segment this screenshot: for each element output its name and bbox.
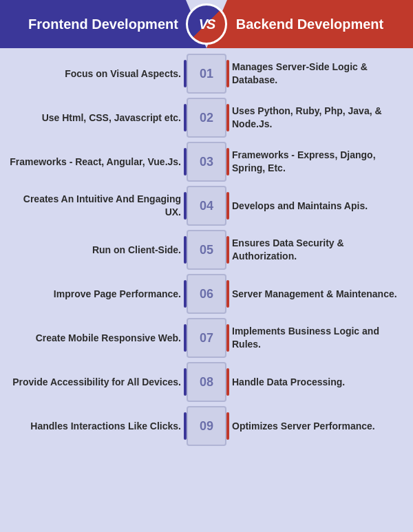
row-number: 09 <box>200 419 213 434</box>
backend-label: Backend Development <box>236 17 384 32</box>
table-row: Provide Accessibility for All Devices. 0… <box>7 362 406 402</box>
frontend-label: Frontend Development <box>28 17 178 32</box>
table-row: Frameworks - React, Angular, Vue.Js. 03 … <box>7 142 406 182</box>
table-row: Create Mobile Responsive Web. 07 Impleme… <box>7 318 406 358</box>
right-cell: Manages Server-Side Logic & Database. <box>226 61 406 87</box>
right-cell: Frameworks - Express, Django, Spring, Et… <box>226 149 406 175</box>
table-row: Creates An Intuitive And Engaging UX. 04… <box>7 186 406 226</box>
header: Frontend Development VS Backend Developm… <box>0 0 413 48</box>
vs-badge: VS <box>186 3 227 45</box>
table-row: Use Html, CSS, Javascript etc. 02 Uses P… <box>7 98 406 138</box>
left-cell: Creates An Intuitive And Engaging UX. <box>7 193 187 219</box>
frontend-header: Frontend Development <box>0 0 206 48</box>
number-badge: 08 <box>187 362 226 402</box>
table-row: Focus on Visual Aspects. 01 Manages Serv… <box>7 54 406 94</box>
left-cell: Frameworks - React, Angular, Vue.Js. <box>7 156 187 169</box>
row-number: 07 <box>200 331 213 345</box>
left-cell: Improve Page Performance. <box>7 288 187 301</box>
row-number: 05 <box>200 243 213 257</box>
table-row: Handles Interactions Like Clicks. 09 Opt… <box>7 406 406 446</box>
number-badge: 01 <box>187 54 226 94</box>
number-badge: 04 <box>187 186 226 226</box>
row-number: 06 <box>200 287 213 301</box>
left-cell: Focus on Visual Aspects. <box>7 67 187 81</box>
number-badge: 07 <box>187 318 226 358</box>
left-cell: Run on Client-Side. <box>7 244 187 257</box>
number-badge: 03 <box>187 142 226 182</box>
number-badge: 02 <box>187 98 226 138</box>
right-cell: Implements Business Logic and Rules. <box>226 325 406 351</box>
right-cell: Ensures Data Security & Authorization. <box>226 237 406 263</box>
right-cell: Handle Data Processing. <box>226 376 406 389</box>
comparison-list: Focus on Visual Aspects. 01 Manages Serv… <box>0 48 413 456</box>
number-badge: 05 <box>187 230 226 270</box>
left-cell: Use Html, CSS, Javascript etc. <box>7 111 187 125</box>
backend-header: Backend Development <box>206 0 413 48</box>
number-badge: 06 <box>187 274 226 314</box>
vs-text: VS <box>199 17 215 32</box>
table-row: Run on Client-Side. 05 Ensures Data Secu… <box>7 230 406 270</box>
right-cell: Optimizes Server Performance. <box>226 420 406 433</box>
table-row: Improve Page Performance. 06 Server Mana… <box>7 274 406 314</box>
row-number: 01 <box>200 67 213 81</box>
row-number: 03 <box>200 155 213 169</box>
left-cell: Provide Accessibility for All Devices. <box>7 376 187 389</box>
row-number: 04 <box>200 199 213 213</box>
row-number: 08 <box>200 375 213 390</box>
number-badge: 09 <box>187 406 226 446</box>
left-cell: Create Mobile Responsive Web. <box>7 332 187 345</box>
right-cell: Uses Python, Ruby, Php, Java, & Node.Js. <box>226 105 406 131</box>
right-cell: Develops and Maintains Apis. <box>226 200 406 213</box>
right-cell: Server Management & Maintenance. <box>226 288 406 301</box>
left-cell: Handles Interactions Like Clicks. <box>7 420 187 433</box>
row-number: 02 <box>200 111 213 125</box>
